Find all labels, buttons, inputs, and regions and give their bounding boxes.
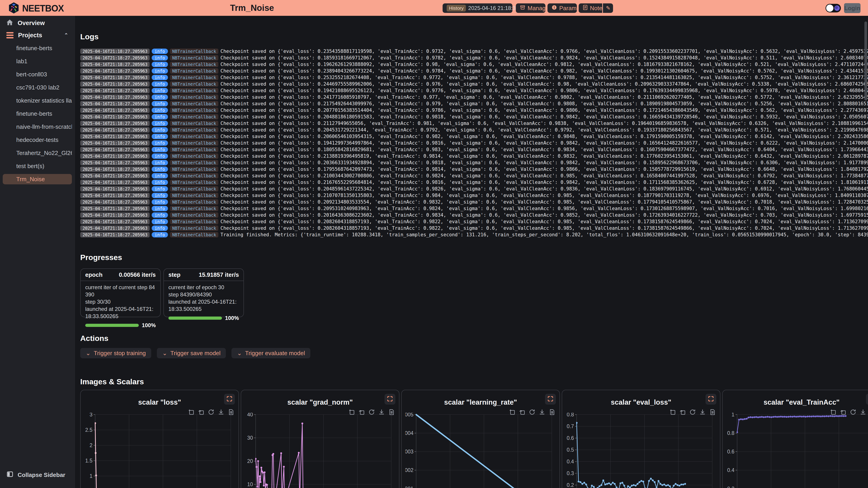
log-row: 2025-04-16T21:18:27.205963infoNBTrainerC… [80,61,862,68]
chart-title: scalar "loss" [81,398,239,406]
expand-chart-button[interactable] [224,394,235,404]
sidebar-project-item[interactable]: finetune-berts [3,108,72,119]
page-scrollbar-thumb[interactable] [864,22,867,101]
box-zoom-icon[interactable] [348,409,355,416]
expand-chart-button[interactable] [866,394,868,404]
log-row: 2025-04-16T21:18:27.205963infoNBTrainerC… [80,100,862,107]
svg-text:3: 3 [90,413,92,418]
chart-toolbar [348,409,395,416]
sidebar-item-overview[interactable]: Overview [3,18,72,28]
scalar-chart-card: scalar "learning_rate"005004003002001 [401,390,560,488]
log-timestamp-badge: 2025-04-16T21:18:27.205963 [80,75,150,80]
log-tag-badge: NBTrainerCallback [170,153,218,159]
data-view-icon[interactable] [549,409,555,416]
box-zoom-icon[interactable] [188,409,195,416]
sidebar-item-projects[interactable]: Projects ⌃ [3,30,72,40]
collapse-sidebar-icon [7,471,13,479]
log-row: 2025-04-16T21:18:27.205963infoNBTrainerC… [80,94,862,100]
action-trigger-button[interactable]: ⌄Trigger save model [157,348,226,358]
download-icon[interactable] [699,409,706,416]
log-tag-badge: NBTrainerCallback [170,180,218,185]
data-view-icon[interactable] [228,409,235,416]
chart-canvas: 0.80.70.60.50.40.30.2 [566,413,717,488]
action-trigger-button[interactable]: ⌄Trigger stop training [80,348,151,358]
chart-toolbar [669,409,716,416]
fullscreen-icon [547,395,554,403]
sidebar-project-item[interactable]: hedecoder-tests [3,135,72,145]
zoom-restore-icon[interactable] [679,409,686,416]
sidebar-project-item[interactable]: Terahertz_No22_Gl261_gl... [3,148,72,158]
expand-chart-button[interactable] [706,394,716,404]
sidebar-project-item[interactable]: bert-conll03 [3,69,72,79]
theme-toggle[interactable] [826,4,841,12]
log-timestamp-badge: 2025-04-16T21:18:27.205963 [80,225,150,231]
brand[interactable]: NEETBOX [8,2,66,14]
history-dropdown[interactable]: History 2025-04-16 21:18:30 ⌄ [442,3,513,13]
refresh-icon[interactable] [850,409,857,416]
download-icon[interactable] [860,409,866,416]
log-tag-badge: NBTrainerCallback [170,48,218,54]
log-level-badge: info [152,134,168,139]
log-message: Checkpoint saved on {'eval_loss': 0.2036… [220,160,868,165]
log-timestamp-badge: 2025-04-16T21:18:27.205963 [80,140,150,146]
log-timestamp-badge: 2025-04-16T21:18:27.205963 [80,199,150,205]
chart-canvas: 40302010 [245,413,396,488]
sidebar-project-item[interactable]: lab1 [3,56,72,66]
fullscreen-icon [708,395,714,403]
log-timestamp-badge: 2025-04-16T21:18:27.205963 [80,232,150,237]
progress-percent: 100% [225,315,239,321]
note-button[interactable]: Note [579,3,602,13]
params-button[interactable]: Params [548,3,577,13]
data-view-icon[interactable] [388,409,395,416]
action-trigger-button[interactable]: ⌄Trigger evaluate model [231,348,310,358]
log-message: Checkpoint saved on {'eval_loss': 0.2167… [220,180,868,185]
sidebar-project-item[interactable]: test bert(s) [3,161,72,171]
login-button[interactable]: Login [844,3,861,13]
sidebar-project-item[interactable]: Trm_Noise [3,174,72,184]
log-message: Checkpoint saved on {'eval_loss': 0.2077… [220,107,868,113]
refresh-icon[interactable] [529,409,535,416]
refresh-icon[interactable] [689,409,696,416]
download-icon[interactable] [539,409,546,416]
download-icon[interactable] [378,409,385,416]
zoom-restore-icon[interactable] [519,409,526,416]
refresh-icon[interactable] [368,409,375,416]
edit-note-button[interactable]: ✎ [603,3,613,13]
progress-name: step [168,271,180,278]
sidebar-project-item[interactable]: csc791-030 lab2 [3,82,72,93]
log-message: Checkpoint saved on {'eval_loss': 0.2082… [220,225,868,231]
sidebar-overview-label: Overview [18,20,45,27]
log-level-badge: info [152,225,168,231]
manage-button[interactable]: Manage [516,3,546,13]
fullscreen-icon [226,395,233,403]
chart-title: scalar "learning_rate" [402,398,559,406]
svg-text:0.8: 0.8 [727,430,735,436]
data-view-icon[interactable] [709,409,716,416]
progress-details: current iter of epoch 30step 84390/84390… [164,281,243,313]
zoom-restore-icon[interactable] [198,409,205,416]
sidebar-project-item[interactable]: finetune-berts [3,43,72,53]
sidebar-project-item[interactable]: naive-llm-from-scratch [3,122,72,132]
box-zoom-icon[interactable] [669,409,676,416]
log-level-badge: info [152,213,168,218]
progress-name: epoch [85,271,103,278]
expand-chart-button[interactable] [384,394,395,404]
log-row: 2025-04-16T21:18:27.205963infoNBTrainerC… [80,159,862,166]
expand-chart-button[interactable] [545,394,556,404]
actions-row: ⌄Trigger stop training⌄Trigger save mode… [80,348,310,358]
chart-canvas: 32.521.51 [84,413,235,488]
zoom-restore-icon[interactable] [840,409,846,416]
download-icon[interactable] [218,409,224,416]
fullscreen-icon [386,395,393,403]
log-message: Checkpoint saved on {'eval_loss': 0.2175… [220,101,868,106]
chevron-down-icon: ⌄ [162,350,167,357]
box-zoom-icon[interactable] [509,409,516,416]
images-scalars-heading: Images & Scalars [80,377,144,386]
log-message: Checkpoint saved on {'eval_loss': 0.2389… [220,68,868,74]
sidebar-project-item[interactable]: tokenizer statistics llama... [3,95,72,106]
box-zoom-icon[interactable] [830,409,837,416]
zoom-restore-icon[interactable] [358,409,365,416]
collapse-sidebar-button[interactable]: Collapse Sidebar [0,471,72,479]
refresh-icon[interactable] [208,409,215,416]
svg-text:1.5: 1.5 [85,458,92,464]
